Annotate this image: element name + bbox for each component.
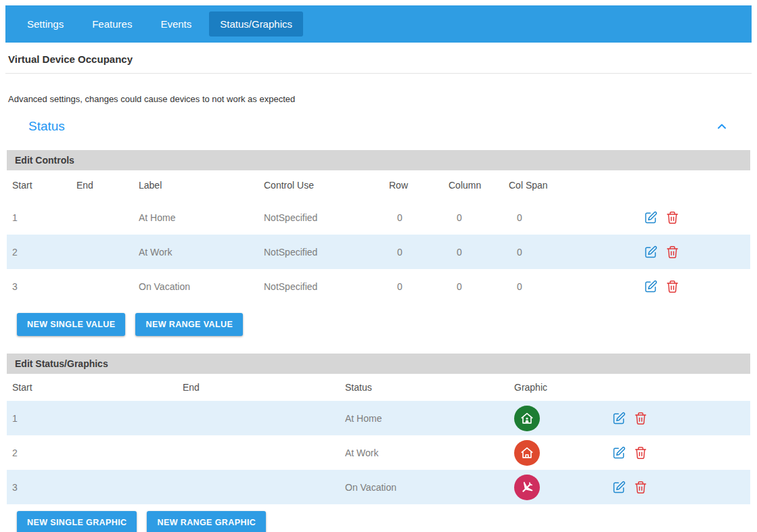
edit-status-graphics-header: Edit Status/Graphics [7,354,750,374]
edit-controls-table: Start End Label Control Use Row Column C… [7,170,750,304]
airplane-icon [514,475,540,500]
virtual-device-occupancy-page: Settings Features Events Status/Graphics… [5,5,752,532]
cell-row: 0 [389,212,449,223]
table-row: 2 At Work NotSpecified 0 0 0 [7,235,750,269]
table-row: 3 On Vacation [7,470,750,504]
column-header-col-span: Col Span [509,180,644,191]
edit-icon[interactable] [644,280,658,293]
column-header-end: End [183,382,345,393]
delete-icon[interactable] [666,211,679,224]
table-row: 1 At Home NotSpecified 0 0 0 [7,200,750,235]
edit-status-graphics-table: Start End Status Graphic 1 At Home [7,374,750,504]
home-away-icon [514,440,540,466]
cell-row: 0 [389,281,449,292]
new-range-graphic-button[interactable]: NEW RANGE GRAPHIC [147,511,266,532]
divider [5,73,752,74]
controls-button-row: NEW SINGLE VALUE NEW RANGE VALUE [7,313,750,336]
edit-icon[interactable] [644,245,658,259]
new-single-value-button[interactable]: NEW SINGLE VALUE [17,313,125,336]
page-title: Virtual Device Occupancy [8,53,749,65]
graphics-button-row: NEW SINGLE GRAPHIC NEW RANGE GRAPHIC [7,511,750,532]
edit-icon[interactable] [612,412,626,425]
table-row: 1 At Home [7,401,750,435]
cell-col-span: 0 [509,281,644,292]
cell-label: At Home [139,212,264,223]
column-header-control-use: Control Use [264,180,389,191]
edit-controls-header: Edit Controls [7,150,750,170]
cell-status: At Work [345,448,514,458]
cell-row: 0 [389,247,449,258]
column-header-label: Label [139,180,264,191]
column-header-row: Row [389,180,449,191]
column-header-column: Column [449,180,509,191]
table-header-row: Start End Status Graphic [7,374,750,401]
edit-icon[interactable] [644,211,658,224]
edit-icon[interactable] [612,481,626,494]
edit-icon[interactable] [612,446,626,460]
cell-column: 0 [449,212,509,223]
cell-col-span: 0 [509,247,644,258]
column-header-start: Start [12,180,76,191]
delete-icon[interactable] [634,446,647,460]
tab-settings[interactable]: Settings [16,11,74,37]
edit-controls-section: Edit Controls Start End Label Control Us… [5,150,752,336]
cell-control-use: NotSpecified [264,247,389,258]
tab-events[interactable]: Events [150,11,202,37]
cell-status: At Home [345,413,514,424]
cell-start: 2 [12,247,76,258]
cell-label: At Work [139,247,264,258]
tab-status-graphics[interactable]: Status/Graphics [209,11,303,37]
cell-control-use: NotSpecified [264,281,389,292]
cell-col-span: 0 [509,212,644,223]
cell-column: 0 [449,281,509,292]
delete-icon[interactable] [666,245,679,259]
table-row: 3 On Vacation NotSpecified 0 0 0 [7,269,750,304]
column-header-end: End [76,180,139,191]
cell-start: 1 [12,413,183,424]
table-row: 2 At Work [7,435,750,470]
new-range-value-button[interactable]: NEW RANGE VALUE [135,313,243,336]
cell-start: 1 [12,212,76,223]
edit-status-graphics-section: Edit Status/Graphics Start End Status Gr… [5,354,752,532]
status-section-toggle[interactable]: Status [28,119,65,134]
delete-icon[interactable] [634,412,647,425]
table-header-row: Start End Label Control Use Row Column C… [7,170,750,200]
cell-status: On Vacation [345,482,514,493]
top-navigation: Settings Features Events Status/Graphics [5,5,752,43]
cell-start: 3 [12,482,183,493]
chevron-up-icon[interactable] [715,120,729,133]
home-occupied-icon [514,406,540,431]
delete-icon[interactable] [634,481,647,494]
cell-control-use: NotSpecified [264,212,389,223]
delete-icon[interactable] [666,280,679,293]
warning-text: Advanced settings, changes could cause d… [8,94,749,104]
tab-features[interactable]: Features [81,11,143,37]
cell-start: 2 [12,448,183,458]
status-section-header: Status [5,104,752,150]
cell-label: On Vacation [139,281,264,292]
column-header-graphic: Graphic [514,382,612,393]
cell-start: 3 [12,281,76,292]
column-header-start: Start [12,382,183,393]
cell-column: 0 [449,247,509,258]
new-single-graphic-button[interactable]: NEW SINGLE GRAPHIC [17,511,137,532]
column-header-status: Status [345,382,514,393]
